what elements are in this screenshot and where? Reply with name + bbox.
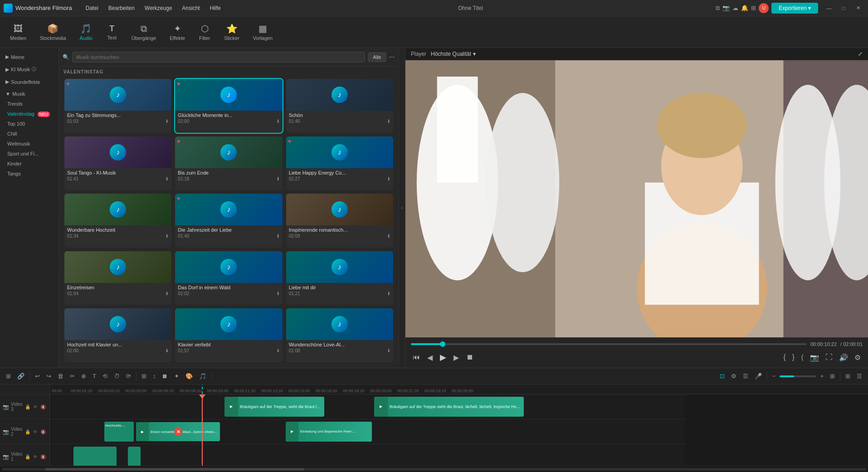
search-input[interactable] (72, 52, 365, 63)
fit-screen-button[interactable]: ⤢ (858, 51, 863, 57)
toolbar-audio[interactable]: 🎵 Audio (74, 20, 98, 44)
tl-fit-button[interactable]: ⊞ (828, 371, 837, 381)
track-mute-v1[interactable]: 🔇 (39, 454, 47, 460)
tl-copy-button[interactable]: ⊕ (79, 371, 88, 381)
panel-collapse-button[interactable]: ‹ (399, 48, 405, 368)
track-visible-v2[interactable]: 👁 (32, 429, 39, 435)
video1-clip-2[interactable] (128, 447, 141, 466)
export-button[interactable]: Exportieren ▾ (771, 3, 818, 14)
sidebar-header-sound[interactable]: ▶ Soundeffekte (0, 77, 59, 87)
download-icon-7[interactable]: ⬇ (276, 234, 280, 238)
minimize-button[interactable]: — (823, 3, 835, 13)
clip-delete-button[interactable]: ✕ (174, 428, 182, 436)
tl-speed-button[interactable]: ↕ (151, 371, 158, 381)
prev-frame-button[interactable]: ⟨ (799, 351, 805, 364)
toolbar-effekte[interactable]: ✦ Effekte (164, 20, 190, 44)
tl-track-height-button[interactable]: ☰ (741, 371, 751, 381)
media-item-3[interactable]: ♪ Soul Tango - KI-Musik 01:41 ⬇ (64, 136, 171, 190)
download-icon-10[interactable]: ⬇ (276, 291, 280, 296)
sidebar-item-kinder[interactable]: Kinder (0, 159, 59, 169)
tl-add-track-button[interactable]: ⊞ (4, 371, 13, 381)
download-icon-14[interactable]: ⬇ (387, 348, 390, 353)
user-avatar[interactable]: U (759, 3, 769, 13)
sidebar-header-meine[interactable]: ▶ Meine (0, 52, 59, 62)
timeline-scrollbar[interactable] (0, 466, 868, 472)
settings-button[interactable]: ⚙ (853, 351, 863, 364)
tl-list-view-button[interactable]: ☰ (854, 371, 864, 381)
toolbar-filter[interactable]: ⬡ Filter (193, 20, 216, 44)
tl-redo-button[interactable]: ↪ (44, 371, 54, 381)
download-icon-12[interactable]: ⬇ (165, 348, 169, 353)
stop-button[interactable]: ⏹ (464, 351, 475, 363)
tl-ai-button[interactable]: ✦ (172, 371, 181, 381)
tl-magnet-button[interactable]: ⚙ (729, 371, 739, 381)
menu-ansicht[interactable]: Ansicht (177, 3, 204, 13)
volume-button[interactable]: 🔊 (837, 351, 850, 364)
download-icon-0[interactable]: ⬇ (165, 119, 169, 124)
sidebar-item-weltmusik[interactable]: Weltmusik (0, 139, 59, 149)
video2-clip-1[interactable]: Hochzeits-... (104, 422, 134, 441)
tl-timer-button[interactable]: ⏱ (112, 371, 122, 381)
menu-hilfe[interactable]: Hilfe (205, 3, 225, 13)
download-icon-4[interactable]: ⬇ (276, 176, 280, 181)
mark-out-button[interactable]: } (790, 351, 796, 363)
media-item-2[interactable]: ♪ Schön 01:40 ⬇ (286, 79, 393, 133)
tl-link-button[interactable]: 🔗 (15, 371, 27, 381)
progress-bar[interactable] (411, 343, 807, 345)
tl-cut-button[interactable]: ✂ (68, 371, 77, 381)
media-item-5[interactable]: ♪ ♥ Liebe Happy Energy Co... 02:27 ⬇ (286, 136, 393, 190)
video2-clip-2[interactable]: ▶ Einen romantisch...-Baut...Szene-Video… (136, 422, 220, 441)
icon-cloud[interactable]: ☁ (732, 5, 738, 11)
media-item-0[interactable]: ♪ ♥ Ein Tag zu Stimmungs... 01:03 ⬇ (64, 79, 171, 133)
sidebar-item-chill[interactable]: Chill (0, 129, 59, 139)
scrollbar-track[interactable] (2, 468, 866, 471)
track-mute-v2[interactable]: 🔇 (39, 429, 47, 435)
fullscreen-button[interactable]: ⛶ (824, 351, 834, 363)
video3-clip-1[interactable]: ▶ Bräutigam auf der Treppe, sieht die Br… (224, 397, 324, 416)
media-item-8[interactable]: ♪ Inspirierende romantisch... 02:09 ⬇ (286, 194, 393, 248)
media-item-12[interactable]: ♪ Hochzeit mit Klavier un... 02:00 ⬇ (64, 308, 171, 362)
media-item-7[interactable]: ♪ ♥ Die Jahreszeit der Liebe 01:40 ⬇ (175, 194, 282, 248)
icon-camera[interactable]: 📷 (722, 5, 730, 11)
toolbar-vorlagen[interactable]: ▦ Vorlagen (248, 20, 278, 44)
filter-button[interactable]: Alle (368, 52, 386, 62)
icon-bell[interactable]: 🔔 (741, 5, 748, 11)
media-item-6[interactable]: ♪ Wunderbare Hochzeit 01:34 ⬇ (64, 194, 171, 248)
tl-split-button[interactable]: ⊞ (139, 371, 149, 381)
tl-refresh-button[interactable]: ⟳ (124, 371, 133, 381)
sidebar-header-ki[interactable]: ▶ KI Musik ⓘ (0, 64, 59, 75)
tl-mic-button[interactable]: 🎤 (752, 371, 764, 381)
media-item-13[interactable]: ♪ Klavier verliebt 01:57 ⬇ (175, 308, 282, 362)
track-lock-v1[interactable]: 🔒 (24, 454, 31, 460)
zoom-out-button[interactable]: − (770, 371, 778, 381)
media-item-10[interactable]: ♪ Das Dorf in einem Wald 02:02 ⬇ (175, 251, 282, 305)
tl-grid-view-button[interactable]: ⊞ (843, 371, 853, 381)
more-options-button[interactable]: ··· (389, 53, 395, 61)
media-item-4[interactable]: ♪ ♥ Bis zum Ende 01:18 ⬇ (175, 136, 282, 190)
player-progress[interactable]: 00:00:10:22 / 02:00:01 (411, 341, 863, 347)
track-lock-v2[interactable]: 🔒 (24, 429, 31, 435)
menu-werkzeuge[interactable]: Werkzeuge (140, 3, 176, 13)
toolbar-stockmedia[interactable]: 📦 Stockmedia (34, 20, 71, 44)
icon-grid[interactable]: ⊞ (751, 5, 756, 11)
tl-rotate-button[interactable]: ⟲ (100, 371, 110, 381)
step-forward-button[interactable]: ▶ (452, 351, 461, 364)
download-icon-11[interactable]: ⬇ (387, 291, 390, 296)
tl-text-button[interactable]: T (90, 371, 98, 381)
video1-clip-1[interactable] (73, 447, 117, 466)
toolbar-medien[interactable]: 🖼 Medien (5, 21, 32, 44)
download-icon-3[interactable]: ⬇ (165, 176, 169, 181)
track-visible-v1[interactable]: 👁 (32, 454, 39, 460)
tl-freeze-button[interactable]: ⏹ (160, 371, 170, 381)
track-mute-v3[interactable]: 🔇 (39, 404, 47, 410)
step-back-button[interactable]: ◀ (425, 351, 434, 364)
sidebar-item-trends[interactable]: Trends (0, 99, 59, 109)
zoom-slider[interactable] (780, 375, 816, 377)
tl-color-button[interactable]: 🎨 (183, 371, 195, 381)
maximize-button[interactable]: □ (837, 3, 850, 13)
zoom-in-button[interactable]: + (818, 371, 826, 381)
media-item-9[interactable]: ♪ Einzelreisen 01:04 ⬇ (64, 251, 171, 305)
sidebar-item-valentinstag[interactable]: Valentinstag NEU (0, 109, 59, 119)
download-icon-2[interactable]: ⬇ (387, 119, 390, 124)
skip-back-button[interactable]: ⏮ (411, 351, 422, 363)
